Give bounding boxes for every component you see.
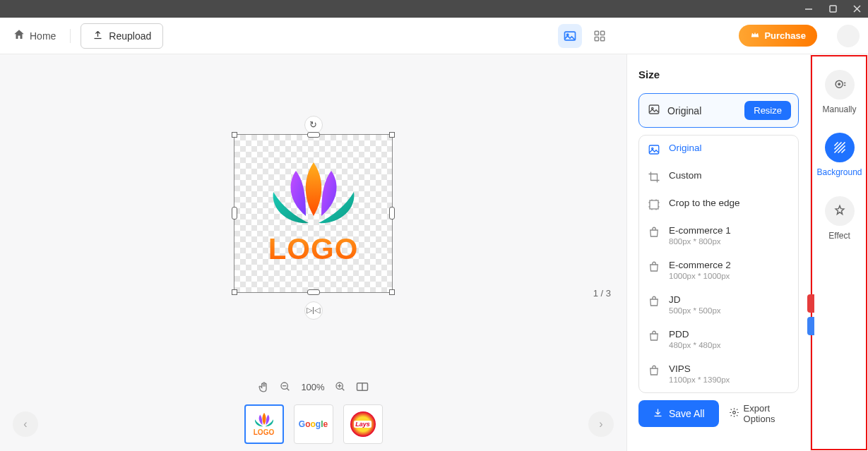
zoom-level: 100% [301, 382, 324, 392]
export-options-button[interactable]: Export Options [729, 403, 799, 424]
size-selector[interactable]: Original Resize [638, 93, 799, 128]
thumbnail-3[interactable]: Lays [343, 404, 383, 444]
svg-line-29 [834, 143, 838, 146]
svg-line-30 [834, 143, 841, 150]
resize-label: Resize [754, 105, 782, 116]
resize-handle-sw[interactable] [232, 289, 237, 295]
lotus-logo-icon [261, 161, 367, 228]
purchase-button[interactable]: Purchase [739, 25, 817, 47]
grid-view-button[interactable] [588, 24, 612, 48]
size-option-icon [648, 330, 660, 342]
lays-thumb-icon: Lays [350, 411, 376, 437]
svg-line-12 [287, 388, 289, 390]
single-view-button[interactable] [558, 24, 582, 48]
size-option-7[interactable]: VIPS1100px * 1390px [639, 356, 798, 391]
save-all-label: Save All [669, 408, 705, 419]
size-panel: Size Original Resize OriginalCustomCrop … [626, 54, 810, 451]
size-option-sub: 1000px * 1000px [669, 272, 731, 280]
window-maximize-button[interactable] [827, 4, 838, 15]
resize-handle-se[interactable] [389, 289, 395, 295]
size-option-label: PDD [669, 329, 721, 339]
resize-handle-e[interactable] [389, 207, 395, 220]
reupload-label: Reupload [109, 30, 151, 42]
size-option-4[interactable]: E-commerce 21000px * 1000px [639, 253, 798, 287]
tool-background-label: Background [814, 167, 864, 177]
size-option-5[interactable]: JD500px * 500px [639, 287, 798, 322]
purchase-label: Purchase [764, 30, 806, 41]
manually-icon [825, 70, 855, 100]
size-option-label: Crop to the edge [669, 198, 740, 208]
prev-thumbnail-button[interactable]: ‹ [13, 411, 38, 437]
svg-rect-21 [649, 145, 659, 154]
size-option-label: JD [669, 294, 721, 305]
size-option-3[interactable]: E-commerce 1800px * 800px [639, 218, 798, 253]
size-option-sub: 480px * 480px [669, 341, 721, 349]
size-option-label: Custom [669, 170, 702, 181]
export-options-label: Export Options [744, 403, 799, 424]
window-titlebar [0, 0, 868, 18]
artboard-selection[interactable]: ↻ [234, 134, 393, 293]
panel-title: Size [638, 68, 799, 80]
resize-handle-n[interactable] [307, 132, 320, 138]
lotus-thumb-icon [252, 412, 276, 428]
resize-handle-ne[interactable] [389, 132, 395, 138]
color-peek-blue[interactable] [807, 317, 814, 335]
thumbnail-strip: ‹ LOGO Google Lays › [0, 402, 626, 451]
reupload-button[interactable]: Reupload [81, 23, 163, 49]
logo-text: LOGO [268, 232, 359, 266]
size-option-label: VIPS [669, 363, 730, 374]
image-icon [648, 103, 660, 118]
page-indicator: 1 / 3 [593, 288, 611, 299]
pan-tool-icon[interactable] [258, 381, 270, 393]
size-option-1[interactable]: Custom [639, 163, 798, 191]
thumbnail-1-label: LOGO [254, 428, 274, 436]
tool-manually-label: Manually [819, 104, 859, 114]
svg-line-16 [342, 388, 344, 390]
next-thumbnail-button[interactable]: › [588, 411, 614, 437]
size-option-label: E-commerce 1 [669, 225, 731, 236]
tool-manually[interactable]: Manually [811, 67, 868, 117]
svg-rect-1 [830, 6, 836, 12]
size-option-2[interactable]: Crop to the edge [639, 191, 798, 218]
size-option-sub: 1100px * 1390px [669, 375, 730, 384]
artboard[interactable]: LOGO [234, 134, 393, 293]
user-avatar[interactable] [837, 25, 860, 47]
size-option-icon [648, 143, 660, 156]
svg-rect-23 [650, 200, 658, 209]
thumbnail-1[interactable]: LOGO [244, 404, 284, 444]
zoom-out-button[interactable] [280, 381, 291, 392]
upload-icon [93, 30, 103, 42]
size-option-0[interactable]: Original [639, 136, 798, 163]
resize-handle-s[interactable] [307, 289, 320, 295]
resize-button[interactable]: Resize [744, 101, 791, 120]
effect-icon [825, 196, 855, 226]
size-option-8[interactable]: douyin600px * 800px [639, 391, 798, 393]
zoom-in-button[interactable] [335, 381, 346, 392]
tool-effect[interactable]: Effect [811, 193, 868, 243]
flip-handle[interactable]: ▷|◁ [304, 301, 323, 320]
window-minimize-button[interactable] [803, 4, 814, 15]
size-option-icon [648, 198, 660, 211]
size-option-6[interactable]: PDD480px * 480px [639, 322, 798, 356]
svg-line-33 [841, 150, 845, 153]
resize-handle-nw[interactable] [232, 132, 237, 138]
color-peek-red[interactable] [807, 294, 814, 313]
window-close-button[interactable] [851, 4, 862, 15]
size-option-icon [648, 295, 660, 308]
size-option-icon [648, 171, 660, 184]
home-icon [13, 28, 25, 43]
save-all-button[interactable]: Save All [638, 400, 719, 427]
home-button[interactable]: Home [8, 25, 60, 46]
size-option-sub: 800px * 800px [669, 237, 731, 246]
view-mode-group [558, 24, 612, 48]
home-label: Home [30, 30, 56, 42]
resize-handle-w[interactable] [232, 207, 237, 220]
compare-view-button[interactable] [356, 381, 369, 392]
download-icon [653, 407, 663, 420]
size-option-icon [648, 226, 660, 239]
selected-size-label: Original [667, 105, 701, 116]
tool-background[interactable]: Background [811, 130, 868, 180]
size-options-list[interactable]: OriginalCustomCrop to the edgeE-commerce… [638, 135, 799, 393]
thumbnail-3-label: Lays [354, 421, 371, 428]
thumbnail-2[interactable]: Google [294, 404, 333, 444]
